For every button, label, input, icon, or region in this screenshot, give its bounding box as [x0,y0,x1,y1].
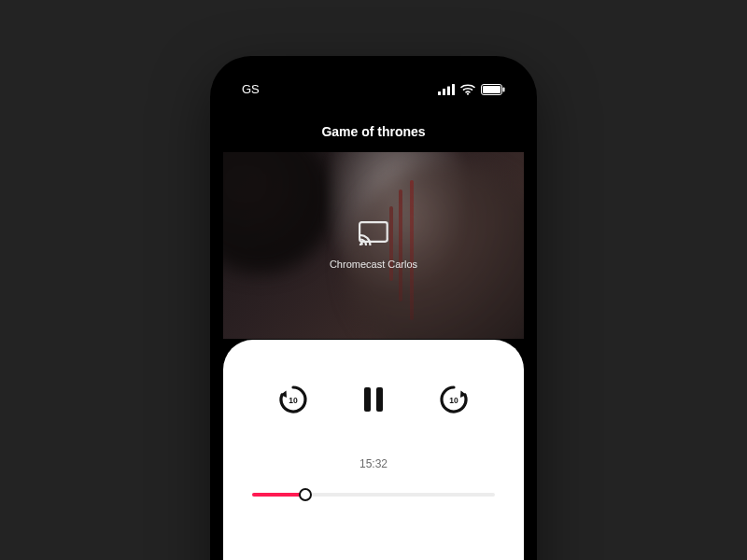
svg-rect-11 [364,387,371,412]
svg-rect-2 [447,86,450,95]
carrier-label: GS [242,82,260,96]
time-elapsed: 15:32 [359,457,388,470]
svg-rect-1 [443,89,445,95]
forward-10-button[interactable]: 10 [435,381,472,418]
controls-panel: 10 10 15:32 [223,340,524,560]
cast-icon [359,221,388,249]
svg-rect-12 [376,387,383,412]
svg-rect-0 [438,91,441,95]
battery-icon [481,84,505,95]
svg-rect-3 [452,84,455,95]
phone-frame: GS Game of thrones [210,56,537,560]
svg-rect-6 [483,86,500,93]
status-icons [438,84,505,95]
svg-point-4 [467,92,469,94]
cast-device-label: Chromecast Carlos [330,259,417,270]
cellular-icon [438,84,455,95]
hero-image: Chromecast Carlos [223,152,524,339]
pause-button[interactable] [355,381,392,418]
screen: GS Game of thrones [223,69,524,560]
svg-text:10: 10 [289,396,298,405]
transport-controls: 10 10 [249,381,498,418]
svg-rect-7 [503,87,505,91]
status-bar: GS [223,69,524,104]
svg-text:10: 10 [449,396,458,405]
cast-target[interactable]: Chromecast Carlos [330,221,417,270]
rewind-10-button[interactable]: 10 [275,381,312,418]
media-title: Game of thrones [223,104,524,152]
progress-fill [252,493,305,497]
svg-point-9 [360,243,363,245]
wifi-icon [460,84,475,95]
svg-rect-8 [359,222,388,242]
progress-slider[interactable] [252,487,495,502]
progress-thumb[interactable] [299,488,312,501]
